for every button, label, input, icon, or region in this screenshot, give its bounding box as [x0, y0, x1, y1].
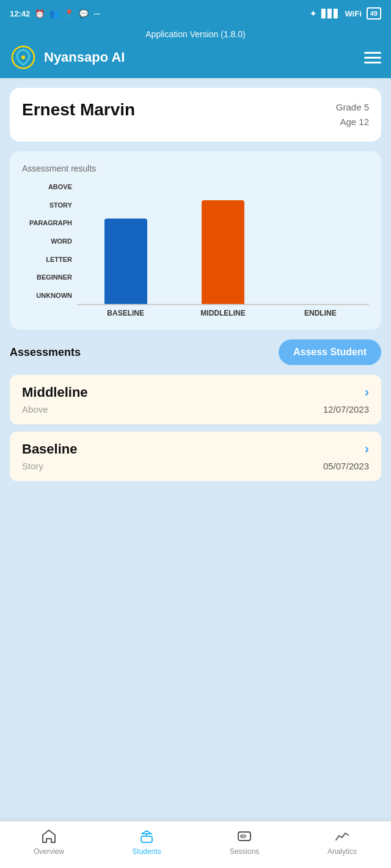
bars-container [77, 183, 369, 305]
assessment-title-middleline: Middleline [22, 385, 88, 400]
nav-label-sessions: Sessions [230, 847, 260, 856]
status-right: ✦ ▋▋▋ WiFi 49 [310, 7, 381, 20]
svg-point-1 [21, 56, 25, 59]
y-label-story: STORY [49, 201, 72, 209]
bar-middleline [179, 200, 266, 304]
dots-icon: ··· [93, 9, 100, 18]
students-icon [138, 828, 155, 845]
sessions-icon [236, 828, 253, 845]
chart-y-labels: ABOVE STORY PARAGRAPH WORD LETTER BEGINN… [22, 183, 77, 317]
chevron-right-icon-baseline: › [365, 441, 369, 457]
y-label-letter: LETTER [46, 256, 72, 263]
chevron-right-icon-middleline: › [365, 385, 369, 400]
nav-item-analytics[interactable]: Analytics [318, 828, 367, 856]
battery-indicator: 49 [367, 7, 381, 20]
location-icon: 📍 [64, 9, 74, 18]
assessment-level-baseline: Story [22, 461, 43, 471]
app-version: Application Version (1.8.0) [10, 29, 381, 44]
y-label-unknown: UNKNOWN [36, 292, 72, 299]
nav-label-analytics: Analytics [327, 847, 357, 856]
assessment-item-baseline[interactable]: Baseline › Story 05/07/2023 [10, 432, 381, 481]
svg-rect-3 [238, 832, 250, 841]
app-name: Nyansapo AI [44, 49, 125, 65]
x-label-middleline: MIDDLELINE [179, 309, 266, 317]
svg-point-4 [241, 835, 243, 837]
nav-label-overview: Overview [34, 847, 64, 856]
brand-left: Nyansapo AI [10, 44, 125, 71]
assess-student-button[interactable]: Assess Student [279, 339, 381, 365]
brand-row: Nyansapo AI [10, 44, 381, 71]
x-label-endline: ENDLINE [277, 309, 364, 317]
alarm-icon: ⏰ [35, 9, 45, 18]
bottom-nav: Overview Students Sessions Analytics [0, 821, 391, 868]
y-label-word: WORD [51, 237, 72, 245]
assessment-item-middleline[interactable]: Middleline › Above 12/07/2023 [10, 375, 381, 424]
svg-rect-2 [141, 836, 152, 842]
app-logo [10, 44, 37, 71]
student-card: Ernest Marvin Grade 5 Age 12 [10, 88, 381, 142]
main-content: Ernest Marvin Grade 5 Age 12 Assessment … [0, 78, 391, 549]
assessment-level-middleline: Above [22, 404, 48, 414]
student-age: Age 12 [336, 115, 369, 129]
status-time: 12:42 [10, 9, 30, 18]
nav-label-students: Students [132, 847, 161, 856]
bar-baseline-fill [104, 219, 147, 304]
hamburger-menu-button[interactable] [364, 52, 381, 63]
student-grade: Grade 5 [336, 100, 369, 115]
x-labels: BASELINE MIDDLELINE ENDLINE [77, 305, 369, 317]
nav-item-students[interactable]: Students [122, 828, 171, 856]
x-label-baseline: BASELINE [82, 309, 169, 317]
assessment-date-middleline: 12/07/2023 [323, 404, 369, 414]
status-bar: 12:42 ⏰ 👥 📍 💬 ··· ✦ ▋▋▋ WiFi 49 [0, 0, 391, 27]
assessment-title-baseline: Baseline [22, 441, 78, 457]
student-name: Ernest Marvin [22, 100, 135, 120]
y-label-above: ABOVE [48, 183, 72, 190]
y-label-beginner: BEGINNER [37, 273, 72, 281]
teams-icon: 👥 [49, 9, 59, 18]
bar-middleline-fill [202, 200, 244, 304]
assessments-section-title: Assessments [10, 346, 81, 359]
student-meta: Grade 5 Age 12 [336, 100, 369, 129]
chart-bars-area: BASELINE MIDDLELINE ENDLINE [77, 183, 369, 317]
assessment-date-baseline: 05/07/2023 [323, 461, 369, 471]
nav-item-sessions[interactable]: Sessions [220, 828, 269, 856]
chart-area: ABOVE STORY PARAGRAPH WORD LETTER BEGINN… [22, 183, 369, 317]
chat-icon: 💬 [79, 9, 89, 18]
chart-card: Assessment results ABOVE STORY PARAGRAPH… [10, 151, 381, 330]
nav-item-overview[interactable]: Overview [24, 828, 73, 856]
home-icon [40, 828, 57, 845]
assessments-section-header: Assessments Assess Student [10, 339, 381, 365]
y-label-paragraph: PARAGRAPH [29, 219, 72, 226]
analytics-icon [334, 828, 351, 845]
chart-title: Assessment results [22, 164, 369, 173]
status-left: 12:42 ⏰ 👥 📍 💬 ··· [10, 9, 100, 18]
bluetooth-icon: ✦ [310, 9, 316, 18]
signal-icon: ▋▋▋ [321, 9, 340, 18]
top-bar: Application Version (1.8.0) Nyansapo AI [0, 27, 391, 78]
bar-baseline [82, 219, 169, 304]
wifi-icon: WiFi [345, 9, 361, 18]
